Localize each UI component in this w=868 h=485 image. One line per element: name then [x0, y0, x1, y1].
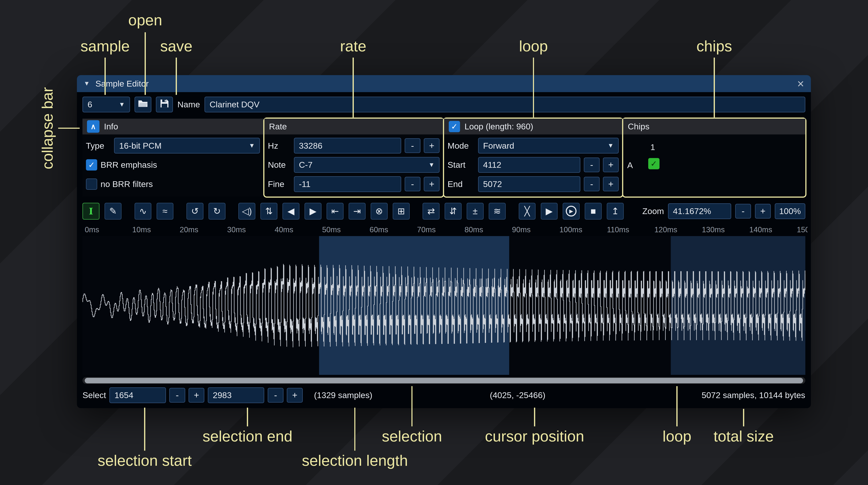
timeline-tick: 150ms [797, 225, 808, 234]
scrollbar-thumb[interactable] [85, 378, 803, 384]
type-label: Type [86, 141, 111, 151]
loop-end-increase-button[interactable]: + [603, 177, 619, 192]
loop-start-decrease-button[interactable]: - [584, 158, 600, 172]
trim-icon: ⊞ [397, 206, 405, 216]
preview-button[interactable]: ▶ [541, 203, 558, 220]
redo-icon: ↻ [213, 206, 221, 216]
timeline-tick: 120ms [654, 225, 677, 234]
fine-increase-button[interactable]: + [424, 177, 439, 192]
timeline-ruler[interactable]: 0ms10ms20ms30ms40ms50ms60ms70ms80ms90ms1… [83, 221, 807, 236]
selection-end-input[interactable] [208, 387, 265, 403]
close-button[interactable]: × [797, 78, 804, 90]
edit-mode-button[interactable]: I [83, 203, 99, 220]
annotation-selection-end: selection end [203, 427, 292, 445]
brr-emphasis-label: BRR emphasis [100, 160, 157, 170]
annotation-line-selection-length [354, 408, 355, 451]
note-label: Note [268, 160, 290, 170]
window-collapse-icon[interactable]: ▼ [84, 80, 90, 87]
selection-end-decrease-button[interactable]: - [268, 388, 283, 402]
collapse-bar-button[interactable]: ∧ [87, 120, 99, 133]
timeline-tick: 40ms [275, 225, 293, 234]
fade-out-button[interactable]: ▶ [305, 203, 321, 220]
edit-mode-icon: I [89, 206, 93, 217]
annotation-collapse-bar: collapse bar [38, 87, 56, 169]
hz-increase-button[interactable]: + [424, 138, 439, 153]
chip-a-checkbox[interactable]: ✓ [648, 158, 659, 169]
loop-end-input[interactable] [478, 176, 580, 192]
rate-header-label: Rate [269, 122, 287, 131]
draw-mode-button[interactable]: ✎ [104, 203, 122, 220]
filter-icon: ≋ [493, 206, 501, 216]
selection-end-increase-button[interactable]: + [287, 388, 303, 402]
resample-button[interactable]: ≈ [157, 203, 174, 220]
loop-start-input[interactable] [478, 157, 580, 173]
annotation-selection: selection [382, 427, 442, 445]
invert-button[interactable]: ⇵ [444, 203, 462, 220]
selection-start-decrease-button[interactable]: - [169, 388, 185, 402]
reverse-button[interactable]: ⇄ [423, 203, 439, 220]
insert-silence-button[interactable]: ⇤ [327, 203, 344, 220]
dropdown-arrow-icon: ▼ [608, 142, 614, 149]
loop-start-increase-button[interactable]: + [603, 158, 619, 172]
timeline-tick: 30ms [227, 225, 246, 234]
sign-invert-button[interactable]: ± [467, 203, 484, 220]
normalize-button[interactable]: ⇅ [260, 203, 277, 220]
open-button[interactable] [134, 97, 152, 112]
fade-in-button[interactable]: ◀ [282, 203, 300, 220]
note-select[interactable]: C-7 ▼ [294, 157, 440, 173]
loop-header-label: Loop (length: 960) [465, 122, 533, 131]
selection-start-input[interactable] [110, 387, 166, 403]
loop-panel: ✓ Loop (length: 960) Mode Forward ▼ Star… [444, 119, 622, 197]
waveform-scrollbar[interactable] [83, 377, 805, 384]
resize-button[interactable]: ∿ [134, 203, 152, 220]
import-button[interactable]: ↥ [607, 203, 624, 220]
annotation-chips: chips [696, 37, 732, 55]
delete-icon: ⊗ [375, 206, 383, 216]
selection-start-increase-button[interactable]: + [189, 388, 204, 402]
zoom-label: Zoom [642, 206, 664, 216]
hz-decrease-button[interactable]: - [405, 138, 421, 153]
amplify-button[interactable]: ◁) [238, 203, 255, 220]
undo-icon: ↺ [191, 206, 199, 216]
chips-header-label: Chips [628, 122, 649, 131]
timeline-tick: 110ms [607, 225, 629, 234]
undo-button[interactable]: ↺ [186, 203, 204, 220]
delete-button[interactable]: ⊗ [371, 203, 388, 220]
loop-end-decrease-button[interactable]: - [584, 177, 600, 192]
brr-emphasis-checkbox[interactable]: ✓ [86, 159, 97, 170]
check-icon: ✓ [650, 159, 657, 168]
status-bar: Select - + - + (1329 samples) (4025, -25… [77, 384, 811, 403]
waveform-canvas[interactable] [83, 236, 805, 375]
loop-enable-checkbox[interactable]: ✓ [449, 121, 460, 132]
timeline-tick: 20ms [180, 225, 198, 234]
fine-input[interactable] [294, 176, 401, 192]
no-brr-filters-checkbox[interactable]: ✓ [86, 179, 97, 190]
zoom-reset-button[interactable]: 100% [775, 203, 805, 219]
save-floppy-icon [160, 99, 169, 109]
info-header-label: Info [104, 122, 118, 131]
sample-number-select[interactable]: 6 ▼ [83, 97, 130, 112]
chip-row-label: A [627, 160, 633, 170]
crossfade-loop-button[interactable]: ╳ [519, 203, 536, 220]
apply-silence-button[interactable]: ⇥ [349, 203, 366, 220]
name-input[interactable] [205, 97, 805, 112]
fine-decrease-button[interactable]: - [405, 177, 421, 192]
hz-input[interactable] [294, 138, 401, 154]
zoom-in-button[interactable]: + [755, 204, 771, 219]
rate-panel: Rate Hz - + Note C-7 ▼ [265, 119, 443, 197]
save-button[interactable] [156, 97, 173, 112]
hz-label: Hz [268, 141, 290, 151]
zoom-input[interactable] [668, 203, 732, 219]
redo-button[interactable]: ↻ [209, 203, 225, 220]
waveform-area [83, 236, 805, 375]
loop-end-label: End [447, 179, 475, 189]
type-select[interactable]: 16-bit PCM ▼ [114, 138, 260, 154]
trim-button[interactable]: ⊞ [393, 203, 410, 220]
zoom-out-button[interactable]: - [735, 204, 751, 219]
window-titlebar[interactable]: ▼ Sample Editor × [77, 75, 811, 92]
stop-preview-button[interactable]: ■ [585, 203, 602, 220]
filter-button[interactable]: ≋ [489, 203, 506, 220]
loop-mode-select[interactable]: Forward ▼ [478, 138, 619, 154]
preview-selection-button[interactable]: ▶ [563, 203, 580, 220]
dropdown-arrow-icon: ▼ [429, 161, 435, 168]
